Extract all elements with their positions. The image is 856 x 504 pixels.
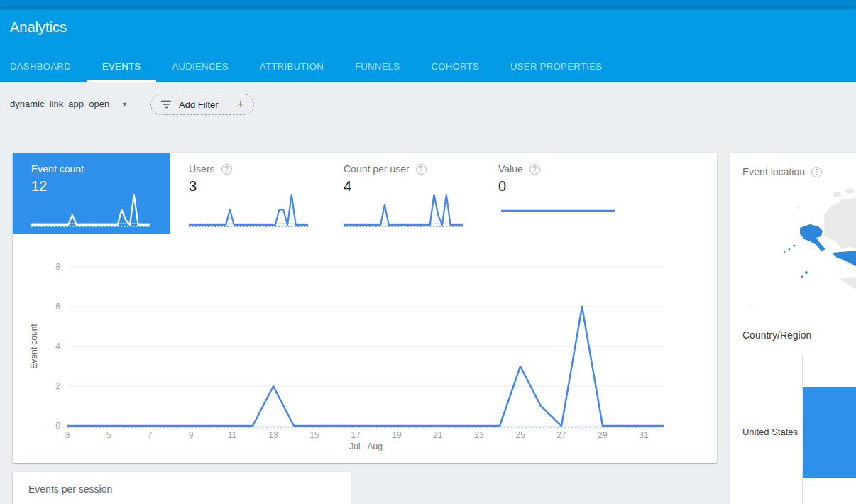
help-icon[interactable]: ? [529,164,540,175]
tab-funnels[interactable]: FUNNELS [339,53,415,82]
event-select-value: dynamic_link_app_open [10,99,109,109]
browser-top-strip [0,0,856,7]
add-filter-button[interactable]: Add Filter + [150,94,254,115]
metric-label: Value [498,163,523,175]
metric-tab-value[interactable]: Value ? 0 [480,153,635,234]
svg-text:17: 17 [351,430,361,440]
tab-audiences[interactable]: AUDIENCES [156,53,243,82]
svg-text:4: 4 [55,341,60,351]
svg-text:23: 23 [474,430,484,440]
svg-text:21: 21 [433,430,443,440]
country-region-header: Country/Region [742,329,811,341]
metric-label: Count per user [344,163,410,175]
country-label: United States [730,427,798,437]
metric-sparkline [30,188,152,229]
metric-sparkline [497,188,619,229]
svg-text:8: 8 [55,262,60,272]
svg-text:29: 29 [598,430,608,440]
svg-text:19: 19 [392,430,402,440]
svg-text:11: 11 [228,430,237,440]
svg-text:31: 31 [639,430,649,440]
metric-tab-count-per-user[interactable]: Count per user ? 4 [325,153,480,234]
filter-list-icon [160,100,172,109]
tab-attribution[interactable]: ATTRIBUTION [244,53,339,82]
chevron-down-icon: ▼ [121,101,128,108]
metric-label: Event count [31,163,84,175]
event-location-title: Event location [742,166,805,177]
help-icon[interactable]: ? [221,164,232,175]
event-select-dropdown[interactable]: dynamic_link_app_open ▼ [10,94,132,114]
tab-user-properties[interactable]: USER PROPERTIES [495,53,618,82]
events-per-session-title: Events per session [28,483,112,495]
plus-icon: + [237,97,245,112]
metric-tab-event-count[interactable]: Event count 12 [13,153,170,234]
svg-text:0: 0 [55,421,60,431]
map-canada-region [751,187,856,305]
tab-cohorts[interactable]: COHORTS [415,53,495,82]
add-filter-label: Add Filter [179,99,219,110]
tab-dashboard[interactable]: DASHBOARD [0,53,87,82]
help-icon[interactable]: ? [811,167,822,177]
event-location-card: Event location ? [730,153,856,504]
event-count-line-chart[interactable]: 0246835791113151719212325272931Jul - Aug… [13,241,717,463]
svg-text:7: 7 [148,430,153,440]
page-title: Analytics [10,19,67,35]
svg-text:6: 6 [55,302,60,312]
metric-tabs: Event count 12 Users ? 3 Count per user … [13,153,717,234]
metric-sparkline [187,188,309,229]
united-states-bar[interactable] [803,387,856,478]
svg-text:9: 9 [189,430,194,440]
svg-text:3: 3 [65,430,70,440]
header-tabs: DASHBOARDEVENTSAUDIENCESATTRIBUTIONFUNNE… [0,53,618,82]
svg-text:25: 25 [515,430,525,440]
events-per-session-card: Events per session [13,472,351,504]
svg-text:13: 13 [268,430,278,440]
svg-text:Jul - Aug: Jul - Aug [349,442,383,451]
metric-label: Users [189,163,215,175]
metric-sparkline [342,188,464,229]
tab-events[interactable]: EVENTS [87,53,156,82]
svg-text:Event count: Event count [29,324,39,369]
events-chart-card: Event count 12 Users ? 3 Count per user … [13,153,717,463]
svg-text:2: 2 [55,381,60,391]
svg-text:5: 5 [106,430,111,440]
svg-text:27: 27 [556,430,566,440]
metric-tab-users[interactable]: Users ? 3 [170,153,325,234]
help-icon[interactable]: ? [416,164,427,175]
north-america-map[interactable] [730,187,856,346]
svg-text:15: 15 [309,430,319,440]
app-header: Analytics DASHBOARDEVENTSAUDIENCESATTRIB… [0,7,856,82]
